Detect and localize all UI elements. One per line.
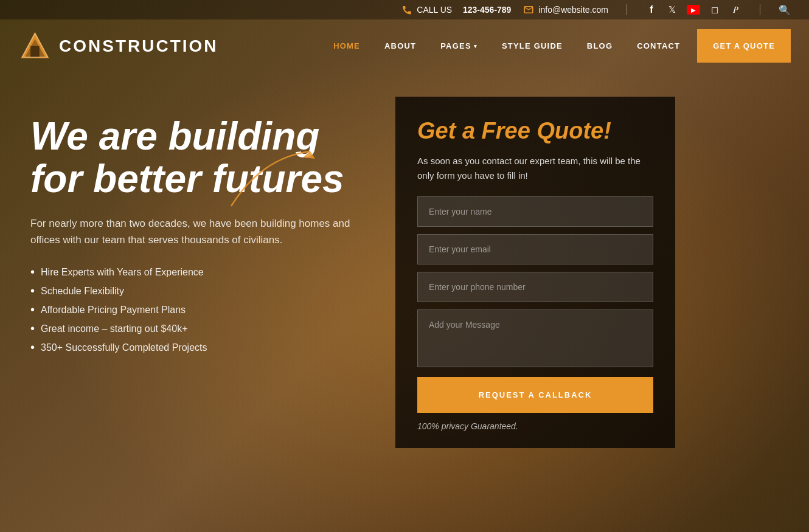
nav-link-contact[interactable]: CONTACT — [625, 19, 692, 72]
nav-link-style-guide[interactable]: STYLE GUIDE — [490, 19, 575, 72]
phone-number: 123-456-789 — [463, 5, 511, 15]
nav-link-about[interactable]: ABOUT — [372, 19, 428, 72]
twitter-icon[interactable]: 𝕏 — [666, 4, 678, 16]
nav-item-style-guide[interactable]: STYLE GUIDE — [490, 19, 575, 72]
logo-icon — [18, 29, 52, 63]
hero-list: Hire Experts with Years of Experience Sc… — [30, 265, 371, 354]
hero-left: We are building for better futures For n… — [30, 97, 371, 354]
topbar-divider — [627, 4, 627, 15]
social-icons: f 𝕏 ▶ ◻ 𝑃 — [645, 4, 741, 16]
topbar: CALL US 123-456-789 info@website.com f 𝕏… — [0, 0, 809, 19]
topbar-social-divider — [760, 4, 760, 15]
logo[interactable]: CONSTRUCTION — [18, 19, 218, 72]
nav-link-pages[interactable]: PAGES ▾ — [428, 19, 490, 72]
name-input[interactable] — [417, 196, 653, 227]
nav-cta-button[interactable]: GET A QUOTE — [697, 29, 791, 63]
pages-dropdown-arrow: ▾ — [474, 43, 477, 49]
logo-text: CONSTRUCTION — [59, 36, 218, 56]
list-item: 350+ Successfully Completed Projects — [30, 340, 371, 354]
instagram-icon[interactable]: ◻ — [709, 4, 721, 16]
email-input[interactable] — [417, 234, 653, 264]
call-us-label: CALL US — [417, 5, 452, 15]
facebook-icon[interactable]: f — [645, 4, 658, 16]
navbar: CONSTRUCTION HOME ABOUT PAGES ▾ STYLE GU… — [0, 19, 809, 72]
nav-item-contact[interactable]: CONTACT — [625, 19, 692, 72]
nav-link-home[interactable]: HOME — [321, 19, 372, 72]
email-address: info@website.com — [538, 5, 608, 15]
nav-item-about[interactable]: ABOUT — [372, 19, 428, 72]
phone-icon — [401, 4, 412, 15]
phone-link[interactable]: CALL US 123-456-789 — [401, 4, 511, 15]
nav-item-pages[interactable]: PAGES ▾ — [428, 19, 490, 72]
nav-link-blog[interactable]: BLOG — [575, 19, 625, 72]
search-icon[interactable]: 🔍 — [779, 4, 791, 16]
privacy-text: 100% privacy Guaranteed. — [417, 421, 653, 431]
list-item: Hire Experts with Years of Experience — [30, 265, 371, 279]
quote-form-panel: Get a Free Quote! As soon as you contact… — [395, 97, 675, 448]
list-item: Great income – starting out $40k+ — [30, 322, 371, 336]
form-subtitle: As soon as you contact our expert team, … — [417, 154, 653, 183]
submit-button[interactable]: REQUEST A CALLBACK — [417, 377, 653, 413]
nav-item-home[interactable]: HOME — [321, 19, 372, 72]
youtube-icon[interactable]: ▶ — [687, 5, 700, 15]
hero-title: We are building for better futures — [30, 115, 371, 201]
svg-rect-2 — [30, 46, 40, 57]
email-link[interactable]: info@website.com — [523, 4, 608, 15]
pinterest-icon[interactable]: 𝑃 — [729, 4, 741, 16]
list-item: Schedule Flexibility — [30, 284, 371, 298]
list-item: Affordable Pricing Payment Plans — [30, 303, 371, 317]
nav-item-blog[interactable]: BLOG — [575, 19, 625, 72]
hero-subtitle: For nearly more than two decades, we hav… — [30, 215, 371, 248]
hero-content: We are building for better futures For n… — [0, 72, 809, 448]
nav-item-cta[interactable]: GET A QUOTE — [692, 29, 791, 63]
form-title: Get a Free Quote! — [417, 119, 653, 144]
message-textarea[interactable] — [417, 309, 653, 367]
phone-input[interactable] — [417, 272, 653, 302]
nav-links: HOME ABOUT PAGES ▾ STYLE GUIDE BLOG CONT… — [321, 19, 791, 72]
email-icon — [523, 4, 534, 15]
topbar-contact: CALL US 123-456-789 info@website.com — [401, 4, 608, 15]
